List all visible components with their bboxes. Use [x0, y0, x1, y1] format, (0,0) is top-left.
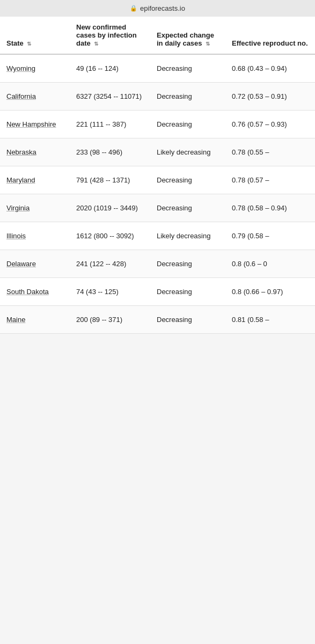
- data-table-container: State ⇅ New confirmed cases by infection…: [0, 17, 315, 334]
- cell-rt: 0.81 (0.58 –: [225, 306, 315, 334]
- sort-icon-cases[interactable]: ⇅: [94, 41, 98, 47]
- cell-rt: 0.78 (0.57 –: [225, 166, 315, 194]
- cell-cases: 1612 (800 -- 3092): [70, 222, 150, 250]
- cell-rt: 0.78 (0.58 – 0.94): [225, 194, 315, 222]
- table-row: Maryland791 (428 -- 1371)Decreasing0.78 …: [0, 166, 315, 194]
- state-link[interactable]: Virginia: [6, 204, 30, 212]
- table-row: Illinois1612 (800 -- 3092)Likely decreas…: [0, 222, 315, 250]
- col-header-cases[interactable]: New confirmed cases by infection date ⇅: [70, 17, 150, 54]
- table-body: Wyoming49 (16 -- 124)Decreasing0.68 (0.4…: [0, 54, 315, 334]
- table-row: California6327 (3254 -- 11071)Decreasing…: [0, 83, 315, 111]
- cell-state: Delaware: [0, 250, 70, 278]
- cell-cases: 241 (122 -- 428): [70, 250, 150, 278]
- cell-change: Decreasing: [150, 306, 225, 334]
- state-link[interactable]: Wyoming: [6, 64, 35, 72]
- cell-cases: 2020 (1019 -- 3449): [70, 194, 150, 222]
- cell-state: Illinois: [0, 222, 70, 250]
- state-link[interactable]: South Dakota: [6, 288, 49, 296]
- sort-icon-change[interactable]: ⇅: [206, 41, 210, 47]
- cell-change: Decreasing: [150, 194, 225, 222]
- cell-state: New Hampshire: [0, 111, 70, 138]
- state-link[interactable]: Maine: [6, 316, 25, 324]
- table-row: Wyoming49 (16 -- 124)Decreasing0.68 (0.4…: [0, 54, 315, 83]
- cell-cases: 221 (111 -- 387): [70, 111, 150, 138]
- cell-state: Maine: [0, 306, 70, 334]
- cell-state: Maryland: [0, 166, 70, 194]
- cell-cases: 6327 (3254 -- 11071): [70, 83, 150, 111]
- table-row: Virginia2020 (1019 -- 3449)Decreasing0.7…: [0, 194, 315, 222]
- table-row: Nebraska233 (98 -- 496)Likely decreasing…: [0, 138, 315, 166]
- cell-cases: 233 (98 -- 496): [70, 138, 150, 166]
- cell-cases: 200 (89 -- 371): [70, 306, 150, 334]
- table-header-row: State ⇅ New confirmed cases by infection…: [0, 17, 315, 54]
- table-row: Maine200 (89 -- 371)Decreasing0.81 (0.58…: [0, 306, 315, 334]
- lock-icon: 🔒: [130, 5, 137, 12]
- cell-change: Decreasing: [150, 83, 225, 111]
- cell-cases: 791 (428 -- 1371): [70, 166, 150, 194]
- cell-change: Decreasing: [150, 166, 225, 194]
- cell-state: Virginia: [0, 194, 70, 222]
- cell-rt: 0.68 (0.43 – 0.94): [225, 54, 315, 83]
- top-bar: 🔒 epiforecasts.io: [0, 0, 315, 17]
- col-header-rt: Effective reproduct no.: [225, 17, 315, 54]
- cell-state: California: [0, 83, 70, 111]
- domain-text: epiforecasts.io: [140, 4, 185, 12]
- sort-icon-state[interactable]: ⇅: [27, 41, 31, 47]
- state-link[interactable]: Maryland: [6, 176, 35, 184]
- data-table: State ⇅ New confirmed cases by infection…: [0, 17, 315, 334]
- cell-rt: 0.8 (0.66 – 0.97): [225, 278, 315, 306]
- cell-rt: 0.78 (0.55 –: [225, 138, 315, 166]
- cell-change: Likely decreasing: [150, 222, 225, 250]
- cell-change: Likely decreasing: [150, 138, 225, 166]
- table-row: South Dakota74 (43 -- 125)Decreasing0.8 …: [0, 278, 315, 306]
- cell-change: Decreasing: [150, 54, 225, 83]
- state-link[interactable]: New Hampshire: [6, 120, 56, 128]
- cell-state: Nebraska: [0, 138, 70, 166]
- cell-rt: 0.76 (0.57 – 0.93): [225, 111, 315, 138]
- cell-cases: 74 (43 -- 125): [70, 278, 150, 306]
- state-link[interactable]: Illinois: [6, 232, 26, 240]
- table-row: New Hampshire221 (111 -- 387)Decreasing0…: [0, 111, 315, 138]
- col-header-state[interactable]: State ⇅: [0, 17, 70, 54]
- cell-change: Decreasing: [150, 250, 225, 278]
- state-link[interactable]: Nebraska: [6, 148, 36, 156]
- state-link[interactable]: Delaware: [6, 260, 36, 268]
- cell-rt: 0.79 (0.58 –: [225, 222, 315, 250]
- col-header-change[interactable]: Expected change in daily cases ⇅: [150, 17, 225, 54]
- cell-rt: 0.72 (0.53 – 0.91): [225, 83, 315, 111]
- cell-state: South Dakota: [0, 278, 70, 306]
- cell-rt: 0.8 (0.6 – 0: [225, 250, 315, 278]
- cell-change: Decreasing: [150, 278, 225, 306]
- state-link[interactable]: California: [6, 92, 36, 100]
- cell-cases: 49 (16 -- 124): [70, 54, 150, 83]
- cell-state: Wyoming: [0, 54, 70, 83]
- cell-change: Decreasing: [150, 111, 225, 138]
- table-row: Delaware241 (122 -- 428)Decreasing0.8 (0…: [0, 250, 315, 278]
